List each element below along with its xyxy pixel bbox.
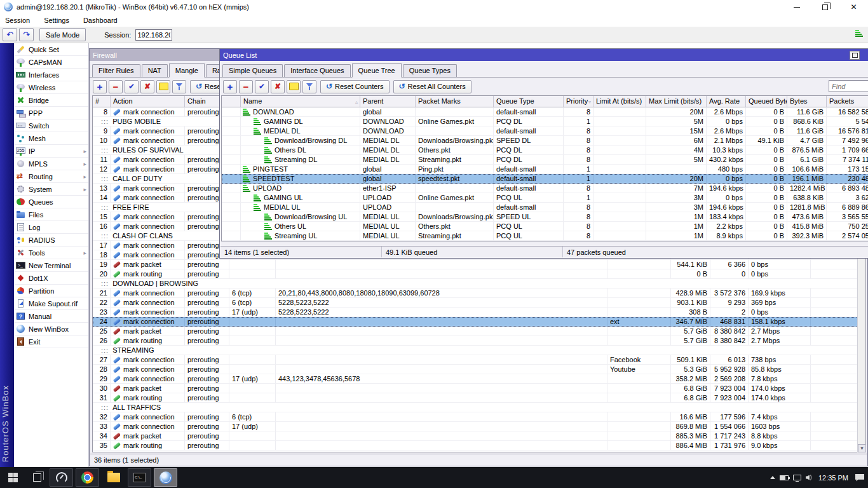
mangle-rule-row[interactable]: 23 mark connection prerouting 17 (udp) 5… — [93, 308, 865, 317]
firewall-column-header[interactable]: Action — [111, 96, 185, 107]
mangle-rule-row[interactable]: 20 mark routing prerouting 0 B 0 0 bps :… — [93, 269, 865, 279]
queue-column-header[interactable]: Name — [241, 96, 360, 107]
restore-button[interactable] — [811, 0, 839, 14]
reset-counters-button[interactable]: Reset Counters — [320, 80, 390, 93]
firewall-tab[interactable]: Mangle — [169, 63, 205, 78]
queue-column-header[interactable]: Packet Marks — [416, 96, 494, 107]
queue-list-tab[interactable]: Interface Queues — [284, 64, 350, 77]
queue-column-header[interactable]: Queued Bytes — [746, 96, 787, 107]
sidebar-item-system[interactable]: System ▸ — [14, 183, 88, 196]
safe-mode-button[interactable]: Safe Mode — [39, 28, 86, 41]
menu-item-settings[interactable]: Settings — [44, 17, 69, 24]
queue-toolbar-button-enable[interactable] — [255, 80, 269, 93]
sidebar-item-supout[interactable]: Make Supout.rif ▸ — [14, 297, 88, 310]
sidebar-item-exit[interactable]: Exit ▸ — [14, 336, 88, 348]
minimize-button[interactable] — [782, 0, 811, 14]
start-button[interactable] — [0, 467, 25, 488]
close-button[interactable]: ✕ — [839, 0, 868, 14]
taskbar-app-chrome[interactable] — [76, 468, 99, 487]
queue-tree-row[interactable]: Streaming UL MEDIAL UL Streaming.pkt PCQ… — [222, 231, 868, 241]
firewall-toolbar-button-enable[interactable] — [125, 80, 139, 93]
queue-tree-row[interactable]: GAMING DL DOWNLOAD Online Games.pkt PCQ … — [222, 117, 868, 126]
queue-column-header[interactable]: Parent — [360, 96, 416, 107]
queue-column-header[interactable]: Queue Type — [494, 96, 564, 107]
queue-toolbar-button-comment[interactable] — [287, 80, 301, 93]
taskbar-app-speedtest[interactable] — [50, 468, 73, 487]
queue-list-title-bar[interactable]: Queue List — [220, 49, 868, 61]
mangle-rule-row[interactable]: 34 mark packet prerouting 885.3 MiB 1 71… — [93, 431, 865, 441]
mangle-rule-row[interactable]: 21 mark connection prerouting 6 (tcp) 20… — [93, 288, 865, 298]
sidebar-item-wireless[interactable]: Wireless ▸ — [14, 81, 88, 94]
queue-tree-row[interactable]: Others DL MEDIAL DL Others.pkt PCQ DL 8 … — [222, 146, 868, 155]
sidebar-item-log[interactable]: Log ▸ — [14, 221, 88, 234]
sidebar-item-switch[interactable]: Switch ▸ — [14, 119, 88, 132]
queue-column-header[interactable]: Packets — [827, 96, 868, 107]
queue-list-maximize-button[interactable] — [850, 51, 860, 60]
firewall-toolbar-button-disable[interactable] — [140, 80, 154, 93]
menu-item-session[interactable]: Session — [5, 17, 30, 24]
taskbar-app-explorer[interactable] — [102, 468, 125, 487]
mangle-rule-row[interactable]: 25 mark packet prerouting 5.7 GiB 8 380 … — [93, 327, 865, 336]
queue-tree-row[interactable]: Others UL MEDIAL UL Others.pkt PCQ UL 8 … — [222, 222, 868, 231]
mangle-rule-row[interactable]: :::DOWNLOAD | BROWSING — [93, 279, 865, 288]
mangle-rule-row[interactable]: 30 mark packet prerouting 6.8 GiB 7 923 … — [93, 384, 865, 393]
sidebar-item-manual[interactable]: Manual ▸ — [14, 310, 88, 323]
queue-column-header[interactable]: Priority — [564, 96, 593, 107]
queue-tree-row[interactable]: DOWNLOAD global default-small 8 20M 2.6 … — [222, 107, 868, 117]
firewall-toolbar-button-comment[interactable] — [156, 80, 170, 93]
queue-tree-row[interactable]: UPLOAD ether1-ISP default-small 8 7M 194… — [222, 184, 868, 193]
queue-toolbar-button-add[interactable] — [223, 80, 237, 93]
sidebar-item-new-terminal[interactable]: New Terminal ▸ — [14, 259, 88, 272]
mangle-rule-row[interactable]: 24 mark connection prerouting ext 346.7 … — [93, 317, 865, 327]
queue-toolbar-button-disable[interactable] — [271, 80, 285, 93]
mangle-rule-row[interactable]: 26 mark routing prerouting 5.7 GiB 8 380… — [93, 336, 865, 346]
queue-column-header[interactable]: Avg. Rate — [707, 96, 746, 107]
taskbar-app-cmd[interactable]: C:\_ — [128, 468, 151, 487]
notification-center-icon[interactable] — [855, 474, 864, 482]
queue-tree-row[interactable]: MEDIAL UL UPLOAD default-small 8 3M 194.… — [222, 203, 868, 212]
taskbar-clock[interactable]: 12:35 PM — [816, 474, 851, 482]
scrollbar-down-button[interactable]: ▼ — [858, 444, 866, 452]
queue-toolbar-button-remove[interactable] — [239, 80, 253, 93]
mangle-rule-row[interactable]: 29 mark connection prerouting 17 (udp) 4… — [93, 374, 865, 384]
sidebar-item-quick-set[interactable]: Quick Set ▸ — [14, 43, 88, 56]
mangle-rule-row[interactable]: 22 mark connection prerouting 6 (tcp) 52… — [93, 298, 865, 308]
hidden-icons-chevron[interactable] — [770, 476, 775, 479]
sidebar-item-routing[interactable]: Routing ▸ — [14, 170, 88, 183]
queue-toolbar-button-filter[interactable] — [302, 80, 316, 93]
sidebar-item-interfaces[interactable]: Interfaces ▸ — [14, 69, 88, 81]
queue-column-header[interactable]: Max Limit (bits/s) — [646, 96, 707, 107]
sidebar-item-new-winbox[interactable]: New WinBox ▸ — [14, 323, 88, 336]
mangle-rule-row[interactable]: 31 mark routing prerouting 6.8 GiB 7 923… — [93, 393, 865, 403]
queue-list-tab[interactable]: Queue Tree — [352, 63, 402, 78]
mangle-rule-row[interactable]: 27 mark connection prerouting Facebook 5… — [93, 355, 865, 365]
sidebar-item-dot1x[interactable]: Dot1X ▸ — [14, 272, 88, 285]
sidebar-item-files[interactable]: Files ▸ — [14, 208, 88, 221]
firewall-tab[interactable]: NAT — [142, 64, 168, 77]
queue-tree-row[interactable]: GAMING UL UPLOAD Online Games.pkt PCQ UL… — [222, 193, 868, 203]
main-title-bar[interactable]: admin@192.168.20.1 (MikroTik) - WinBox (… — [0, 0, 868, 14]
sidebar-item-queues[interactable]: Queues ▸ — [14, 196, 88, 208]
queue-tree-row[interactable]: Download/Browsing UL MEDIAL UL Downloads… — [222, 212, 868, 222]
mangle-rule-row[interactable]: 19 mark packet prerouting 544.1 KiB 6 36… — [93, 260, 865, 269]
mangle-rule-row[interactable]: 28 mark connection prerouting Youtube 5.… — [93, 365, 865, 374]
queue-column-header[interactable]: Limit At (bits/s) — [593, 96, 646, 107]
sidebar-item-tools[interactable]: Tools ▸ — [14, 247, 88, 259]
sidebar-item-bridge[interactable]: Bridge ▸ — [14, 94, 88, 107]
battery-icon[interactable] — [780, 475, 789, 480]
sidebar-item-partition[interactable]: Partition ▸ — [14, 285, 88, 297]
queue-tree-row[interactable]: MEDIAL DL DOWNLOAD default-small 8 15M 2… — [222, 126, 868, 136]
sidebar-item-mesh[interactable]: Mesh ▸ — [14, 132, 88, 145]
firewall-toolbar-button-filter[interactable] — [172, 80, 186, 93]
queue-tree-row[interactable]: PINGTEST global Ping.pkt default-small 1… — [222, 165, 868, 174]
mangle-rule-row[interactable]: :::ALL TRAFFICS — [93, 403, 865, 412]
network-icon[interactable] — [793, 475, 801, 480]
mangle-rule-row[interactable]: :::STREAMING — [93, 346, 865, 355]
sidebar-item-mpls[interactable]: MPLS ▸ — [14, 158, 88, 170]
firewall-toolbar-button-remove[interactable] — [109, 80, 123, 93]
queue-tree-row[interactable]: Streaming DL MEDIAL DL Streaming.pkt PCQ… — [222, 155, 868, 165]
queue-list-tab[interactable]: Simple Queues — [222, 64, 283, 77]
queue-tree-row[interactable]: SPEEDTEST global speedtest.pkt default-s… — [222, 174, 868, 184]
queue-column-header[interactable] — [222, 96, 241, 107]
firewall-toolbar-button-add[interactable] — [93, 80, 107, 93]
